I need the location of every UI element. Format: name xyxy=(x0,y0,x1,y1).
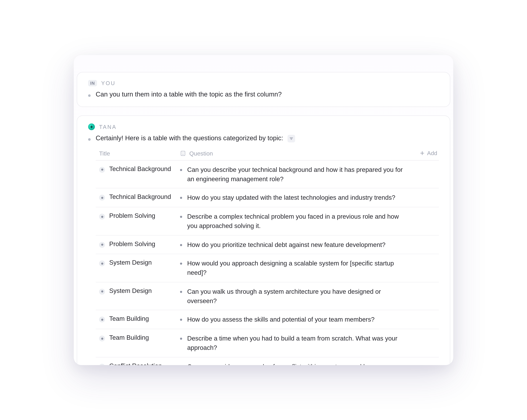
bullet-icon xyxy=(180,338,182,340)
title-text: Team Building xyxy=(109,334,149,341)
table-row[interactable]: System DesignHow would you approach desi… xyxy=(96,254,439,282)
title-cell[interactable]: Team Building xyxy=(96,334,180,341)
node-bullet-icon[interactable] xyxy=(99,214,105,220)
bullet-icon xyxy=(180,244,182,246)
question-cell[interactable]: How do you assess the skills and potenti… xyxy=(180,315,409,324)
question-text: Describe a complex technical problem you… xyxy=(187,212,405,230)
table-row[interactable]: System DesignCan you walk us through a s… xyxy=(96,282,439,310)
table-row[interactable]: Team BuildingHow do you assess the skill… xyxy=(96,310,439,329)
user-message-card: IN YOU Can you turn them into a table wi… xyxy=(77,72,450,107)
node-bullet-icon[interactable] xyxy=(99,167,105,173)
bullet-icon xyxy=(180,291,182,293)
question-text: Can you provide an example of a conflict… xyxy=(187,362,405,365)
title-text: Technical Background xyxy=(109,193,171,200)
question-cell[interactable]: Can you describe your technical backgrou… xyxy=(180,165,409,184)
question-cell[interactable]: Can you walk us through a system archite… xyxy=(180,287,409,305)
column-header-question[interactable]: Question xyxy=(189,150,213,157)
bullet-icon xyxy=(180,169,182,171)
title-text: System Design xyxy=(109,259,152,266)
question-cell[interactable]: Describe a time when you had to build a … xyxy=(180,334,409,352)
table-header-row: Title Question Add xyxy=(96,147,439,160)
tana-intro-line[interactable]: Certainly! Here is a table with the ques… xyxy=(88,134,439,142)
questions-table: Title Question Add Techn xyxy=(96,147,439,365)
add-column-button[interactable]: Add xyxy=(409,150,439,156)
bullet-icon xyxy=(88,94,91,97)
user-speaker-label: YOU xyxy=(101,80,116,86)
title-text: Conflict Resolution xyxy=(109,362,162,365)
user-badge: IN xyxy=(88,80,97,86)
table-row[interactable]: Technical BackgroundCan you describe you… xyxy=(96,160,439,188)
plus-icon xyxy=(419,151,425,156)
tana-intro-text: Certainly! Here is a table with the ques… xyxy=(96,134,283,142)
bullet-icon xyxy=(180,216,182,218)
question-column-icon xyxy=(180,150,186,156)
question-text: How do you assess the skills and potenti… xyxy=(187,315,374,324)
tana-message-card: ✦ TANA Certainly! Here is a table with t… xyxy=(77,115,450,365)
title-text: System Design xyxy=(109,287,152,294)
filter-icon[interactable] xyxy=(287,135,295,142)
question-text: How do you prioritize technical debt aga… xyxy=(187,240,385,249)
tana-logo-icon: ✦ xyxy=(88,123,95,130)
chat-window: IN YOU Can you turn them into a table wi… xyxy=(74,55,453,365)
bullet-icon xyxy=(88,138,91,141)
question-cell[interactable]: How do you prioritize technical debt aga… xyxy=(180,240,409,249)
title-text: Problem Solving xyxy=(109,240,155,247)
table-row[interactable]: Conflict ResolutionCan you provide an ex… xyxy=(96,357,439,365)
question-text: Can you describe your technical backgrou… xyxy=(187,165,405,184)
question-cell[interactable]: How would you approach designing a scala… xyxy=(180,259,409,277)
question-cell[interactable]: Can you provide an example of a conflict… xyxy=(180,362,409,365)
question-text: How do you stay updated with the latest … xyxy=(187,193,395,202)
question-cell[interactable]: Describe a complex technical problem you… xyxy=(180,212,409,230)
title-cell[interactable]: Technical Background xyxy=(96,165,180,173)
bullet-icon xyxy=(180,197,182,199)
question-text: Can you walk us through a system archite… xyxy=(187,287,405,305)
node-bullet-icon[interactable] xyxy=(99,335,105,341)
table-row[interactable]: Problem SolvingHow do you prioritize tec… xyxy=(96,235,439,254)
node-bullet-icon[interactable] xyxy=(99,317,105,322)
column-header-title[interactable]: Title xyxy=(99,150,110,157)
table-row[interactable]: Technical BackgroundHow do you stay upda… xyxy=(96,188,439,207)
question-text: Describe a time when you had to build a … xyxy=(187,334,405,352)
node-bullet-icon[interactable] xyxy=(99,242,105,248)
node-bullet-icon[interactable] xyxy=(99,289,105,295)
add-column-label: Add xyxy=(427,150,437,156)
title-cell[interactable]: System Design xyxy=(96,287,180,294)
bullet-icon xyxy=(180,319,182,321)
user-message-text: Can you turn them into a table with the … xyxy=(96,90,282,98)
title-cell[interactable]: System Design xyxy=(96,259,180,266)
title-cell[interactable]: Technical Background xyxy=(96,193,180,201)
user-message-line[interactable]: Can you turn them into a table with the … xyxy=(88,90,439,98)
question-text: How would you approach designing a scala… xyxy=(187,259,405,277)
table-row[interactable]: Problem SolvingDescribe a complex techni… xyxy=(96,207,439,235)
title-cell[interactable]: Conflict Resolution xyxy=(96,362,180,365)
title-cell[interactable]: Team Building xyxy=(96,315,180,322)
title-text: Team Building xyxy=(109,315,149,322)
title-cell[interactable]: Problem Solving xyxy=(96,212,180,220)
question-cell[interactable]: How do you stay updated with the latest … xyxy=(180,193,409,202)
title-cell[interactable]: Problem Solving xyxy=(96,240,180,248)
svg-point-5 xyxy=(183,154,183,155)
table-row[interactable]: Team BuildingDescribe a time when you ha… xyxy=(96,329,439,357)
bullet-icon xyxy=(180,263,182,265)
title-text: Technical Background xyxy=(109,165,171,172)
node-bullet-icon[interactable] xyxy=(99,195,105,201)
tana-speaker-label: TANA xyxy=(99,123,117,130)
title-text: Problem Solving xyxy=(109,212,155,219)
node-bullet-icon[interactable] xyxy=(99,364,105,365)
node-bullet-icon[interactable] xyxy=(99,261,105,266)
